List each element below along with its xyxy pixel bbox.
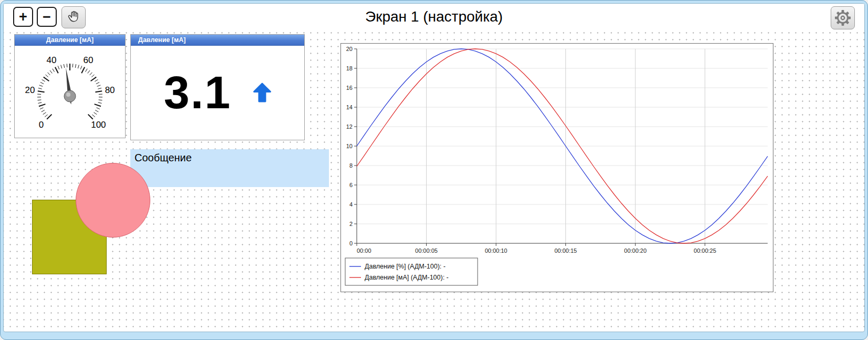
gauge-scale-label: 20 [25, 85, 35, 95]
gauge-tick [48, 73, 50, 75]
gauge-tick [94, 112, 97, 115]
y-tick-label: 0 [349, 240, 353, 246]
y-tick-label: 8 [349, 162, 353, 169]
gauge-tick [53, 69, 55, 72]
gauge-tick [91, 75, 94, 77]
gauge-tick [40, 108, 43, 109]
gauge-tick [99, 100, 102, 100]
gauge-tick [44, 77, 49, 81]
gauge-tick [95, 79, 98, 81]
gauge-tick [67, 64, 67, 67]
numeric-value: 3.1 [164, 66, 231, 119]
trend-chart-widget[interactable]: 0246810121416182000:0000:00:0500:00:1000… [340, 43, 773, 292]
gauge-tick [80, 66, 82, 69]
gauge-tick [98, 88, 101, 89]
legend-label: Давление [мА] (АДМ-100): - [365, 274, 449, 281]
numeric-display-widget[interactable]: Давление [мА] 3.1 [130, 34, 305, 140]
y-tick-label: 4 [349, 201, 353, 208]
app-window: + − Экран 1 (настройка) [0, 0, 868, 340]
y-tick-label: 12 [346, 123, 353, 130]
x-tick-label: 00:00 [357, 248, 371, 254]
gauge-tick [86, 69, 88, 72]
gauge-tick [47, 115, 51, 119]
y-tick-label: 18 [346, 65, 353, 71]
numeric-body: 3.1 [131, 46, 304, 139]
gauge-scale-label: 40 [47, 55, 57, 65]
page-title: Экран 1 (настройка) [4, 8, 864, 25]
gauge-widget[interactable]: Давление [мА] 020406080100 [14, 34, 126, 138]
message-panel[interactable]: Сообщение [130, 149, 329, 187]
gauge-tick [45, 115, 47, 117]
gauge-widget-header: Давление [мА] [15, 35, 125, 46]
gauge-tick [97, 85, 101, 86]
gauge-scale-label: 60 [84, 55, 94, 65]
gauge-hub-highlight [66, 92, 70, 97]
x-tick-label: 00:00:25 [694, 248, 716, 254]
gauge-tick [61, 65, 62, 69]
gear-icon [834, 9, 852, 27]
gauge-tick [95, 91, 102, 92]
y-tick-label: 2 [349, 221, 353, 227]
gauge-tick [38, 100, 42, 100]
gauge-tick [38, 91, 45, 92]
y-tick-label: 16 [346, 85, 353, 91]
gauge-tick [50, 70, 52, 74]
gauge-scale-label: 0 [39, 120, 44, 130]
trend-up-icon [253, 82, 271, 103]
y-tick-label: 14 [346, 104, 353, 110]
gauge-tick [43, 112, 46, 115]
gauge-tick [73, 64, 73, 67]
gauge-dial: 020406080100 [15, 46, 125, 138]
x-tick-label: 00:00:10 [485, 248, 508, 254]
gauge-tick [75, 64, 76, 68]
gauge-scale-label: 100 [91, 120, 106, 130]
trend-chart-svg: 0246810121416182000:0000:00:0500:00:1000… [341, 44, 773, 292]
numeric-widget-header: Давление [мА] [131, 35, 304, 46]
gauge-tick [98, 102, 102, 104]
gauge-tick [95, 110, 98, 112]
x-tick-label: 00:00:05 [415, 248, 438, 254]
y-tick-label: 6 [349, 182, 353, 188]
gauge-tick [95, 104, 101, 106]
gauge-tick [97, 108, 100, 109]
x-tick-label: 00:00:15 [554, 248, 577, 254]
legend-label: Давление [%] (АДМ-100): - [365, 263, 446, 270]
gauge-hub [64, 90, 76, 102]
gauge-tick [90, 73, 92, 75]
gauge-tick [78, 65, 79, 69]
gauge-tick [38, 88, 42, 89]
x-tick-label: 00:00:20 [624, 248, 647, 254]
gauge-tick [91, 77, 97, 81]
chart-legend [345, 258, 478, 285]
y-tick-label: 20 [346, 46, 353, 52]
gauge-tick [39, 85, 43, 86]
gauge-tick [46, 75, 48, 77]
gauge-tick [88, 70, 90, 74]
gauge-tick [58, 66, 59, 69]
y-tick-label: 10 [346, 143, 353, 149]
gauge-scale-label: 80 [105, 85, 115, 95]
circle-shape[interactable] [76, 163, 150, 238]
toolbar: + − Экран 1 (настройка) [4, 4, 864, 32]
gauge-tick [42, 110, 45, 112]
gauge-tick [40, 83, 44, 84]
gauge-tick [42, 79, 45, 81]
gauge-tick [38, 102, 42, 104]
gauge-tick [92, 115, 95, 117]
gauge-tick [64, 64, 64, 68]
gauge-tick [55, 67, 58, 74]
gauge-tick [39, 104, 45, 106]
settings-button[interactable] [831, 6, 855, 29]
gauge-tick [88, 115, 93, 119]
screen-canvas: + − Экран 1 (настройка) [3, 3, 865, 332]
gauge-tick [81, 67, 85, 74]
gauge-tick [96, 83, 99, 84]
